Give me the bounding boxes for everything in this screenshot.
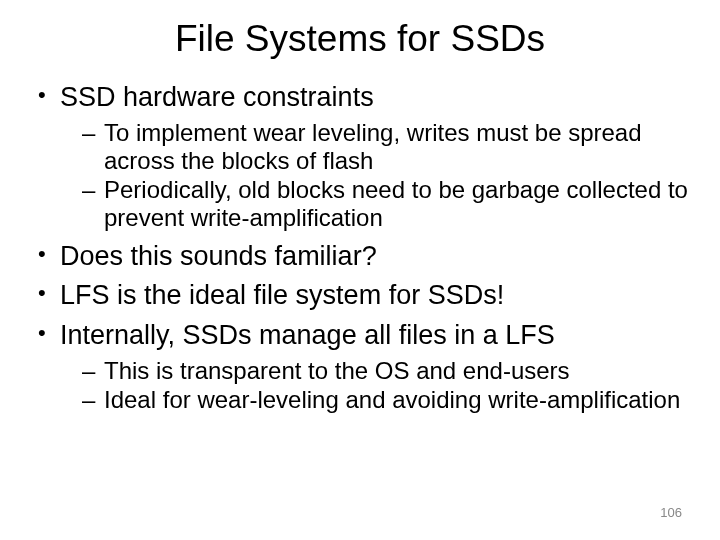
bullet-text: Does this sounds familiar? <box>60 241 377 271</box>
sub-bullet-list: This is transparent to the OS and end-us… <box>60 357 690 414</box>
bullet-item: Internally, SSDs manage all files in a L… <box>38 320 690 414</box>
sub-bullet-item: Periodically, old blocks need to be garb… <box>82 176 690 231</box>
sub-bullet-item: This is transparent to the OS and end-us… <box>82 357 690 385</box>
bullet-item: Does this sounds familiar? <box>38 241 690 272</box>
sub-bullet-text: This is transparent to the OS and end-us… <box>104 357 570 384</box>
sub-bullet-text: Ideal for wear-leveling and avoiding wri… <box>104 386 680 413</box>
sub-bullet-item: Ideal for wear-leveling and avoiding wri… <box>82 386 690 414</box>
bullet-item: LFS is the ideal file system for SSDs! <box>38 280 690 311</box>
bullet-list: SSD hardware constraints To implement we… <box>30 82 690 414</box>
bullet-item: SSD hardware constraints To implement we… <box>38 82 690 231</box>
sub-bullet-text: To implement wear leveling, writes must … <box>104 119 642 174</box>
sub-bullet-list: To implement wear leveling, writes must … <box>60 119 690 231</box>
bullet-text: SSD hardware constraints <box>60 82 374 112</box>
bullet-text: Internally, SSDs manage all files in a L… <box>60 320 555 350</box>
slide-title: File Systems for SSDs <box>30 18 690 60</box>
page-number: 106 <box>660 505 682 520</box>
sub-bullet-text: Periodically, old blocks need to be garb… <box>104 176 688 231</box>
bullet-text: LFS is the ideal file system for SSDs! <box>60 280 504 310</box>
sub-bullet-item: To implement wear leveling, writes must … <box>82 119 690 174</box>
